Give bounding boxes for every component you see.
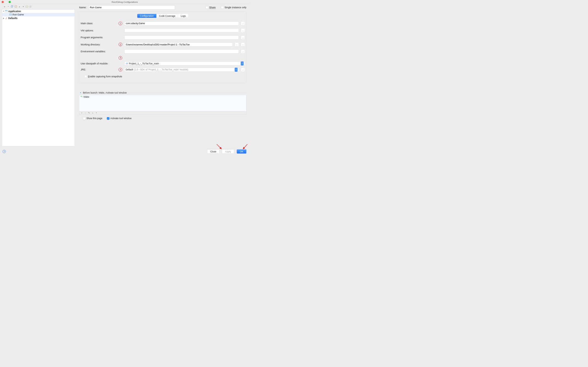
window-traffic-lights — [2, 1, 11, 3]
collapse-icon[interactable]: ▼ — [79, 92, 82, 94]
before-launch-toolbar: ＋ − ✎ ▲ ▼ — [79, 111, 246, 115]
sort-az-icon[interactable]: az — [29, 5, 32, 8]
module-icon — [126, 62, 128, 64]
name-label: Name: — [79, 6, 86, 9]
tree-label: Run Game — [12, 13, 24, 16]
help-icon[interactable]: ? — [2, 150, 6, 153]
expand-icon[interactable]: ▼ — [2, 10, 5, 12]
tab-configuration[interactable]: Configuration — [137, 14, 156, 18]
move-down-icon[interactable]: ▼ — [22, 5, 24, 8]
apply-button[interactable]: Apply — [222, 149, 234, 154]
before-launch-list[interactable]: 0110 Make — [79, 95, 246, 111]
share-checkbox[interactable]: Share — [206, 6, 216, 9]
make-icon: 0110 — [80, 95, 83, 98]
dropdown-arrows-icon: ▲▼ — [241, 62, 244, 65]
titlebar: Run/Debug Configurations — [0, 0, 249, 4]
add-config-icon[interactable]: ＋ — [3, 5, 6, 8]
tree-run-game[interactable]: Run Game — [2, 13, 75, 17]
browse-working-dir-button[interactable]: … — [235, 42, 239, 46]
expand-vm-options-button[interactable]: … — [241, 29, 245, 32]
svg-text:a: a — [31, 6, 32, 7]
svg-rect-8 — [9, 14, 12, 14]
working-dir-label: Working directory: — [81, 43, 117, 46]
program-args-input[interactable] — [124, 35, 239, 39]
env-vars-input[interactable] — [124, 50, 239, 53]
callout-3: 3 — [119, 56, 122, 60]
working-dir-input[interactable] — [124, 42, 233, 46]
browse-jre-button[interactable]: … — [241, 68, 245, 72]
enable-snapshots-checkbox[interactable]: Enable capturing form snapshots — [85, 75, 122, 78]
window-title: Run/Debug Configurations — [112, 1, 138, 3]
folder-icon[interactable] — [26, 5, 28, 8]
application-icon — [5, 10, 7, 12]
close-button[interactable]: Close — [207, 149, 219, 154]
jre-select[interactable]: Default (1.8 - SDK of 'Project_1_-_TicTa… — [124, 68, 239, 72]
svg-text:10: 10 — [82, 97, 83, 98]
move-task-up-icon[interactable]: ▲ — [92, 112, 93, 114]
dropdown-arrows-icon: ▲▼ — [235, 68, 238, 72]
svg-rect-1 — [12, 6, 13, 7]
main-class-input[interactable] — [124, 21, 239, 25]
edit-task-icon[interactable]: ✎ — [88, 112, 90, 114]
svg-text:z: z — [31, 7, 31, 8]
classpath-module-select[interactable]: Project_1_-_TicTacToe_main ▲▼ — [124, 62, 245, 65]
callout-4: 4 — [119, 68, 122, 72]
classpath-label: Use classpath of module: — [81, 62, 117, 65]
move-up-icon[interactable]: ▲ — [18, 5, 21, 8]
tab-logs[interactable]: Logs — [178, 14, 188, 18]
tree-label: Application — [8, 10, 21, 13]
config-toolbar: ＋ − ▲ ▼ az — [0, 4, 75, 9]
tree-defaults-node[interactable]: ▶ Defaults — [2, 17, 75, 20]
list-item[interactable]: 0110 Make — [79, 95, 246, 98]
svg-rect-6 — [5, 10, 7, 11]
expand-icon[interactable]: ▶ — [2, 17, 5, 19]
svg-rect-2 — [15, 6, 17, 7]
callout-1: 1 — [119, 21, 122, 25]
tabstrip: Configuration Code Coverage Logs — [81, 14, 245, 18]
activate-tool-window-checkbox[interactable]: ✓Activate tool window — [107, 117, 132, 120]
remove-task-icon[interactable]: − — [85, 112, 86, 114]
defaults-icon — [5, 17, 7, 19]
jre-label: JRE: — [81, 68, 117, 71]
minimize-window-icon — [5, 1, 7, 3]
config-name-input[interactable] — [88, 6, 175, 9]
copy-config-icon[interactable] — [11, 5, 13, 8]
browse-main-class-button[interactable]: … — [241, 21, 245, 25]
expand-working-dir-button[interactable]: … — [241, 42, 245, 46]
move-task-down-icon[interactable]: ▼ — [96, 112, 97, 114]
close-window-icon[interactable] — [2, 1, 4, 3]
run-config-icon — [9, 14, 12, 16]
env-vars-label: Environment variables: — [81, 50, 117, 53]
vm-options-label: VM options: — [81, 29, 117, 32]
tree-app-node[interactable]: ▼ Application — [2, 9, 75, 13]
vm-options-input[interactable] — [124, 29, 239, 32]
program-args-label: Program arguments: — [81, 36, 117, 39]
save-config-icon[interactable] — [15, 5, 17, 8]
before-launch-header[interactable]: ▼ Before launch: Make, Activate tool win… — [79, 92, 246, 94]
edit-env-vars-button[interactable]: … — [241, 50, 245, 53]
remove-config-icon[interactable]: − — [7, 5, 9, 8]
main-class-label: Main class: — [81, 22, 117, 25]
maximize-window-icon[interactable] — [9, 1, 11, 3]
svg-rect-0 — [11, 6, 12, 7]
config-panel: Configuration Code Coverage Logs Main cl… — [79, 12, 246, 83]
config-tree[interactable]: ▼ Application Run Game ▶ — [2, 9, 75, 146]
tree-label: Defaults — [8, 17, 17, 20]
single-instance-checkbox[interactable]: Single instance only — [221, 6, 246, 9]
add-task-icon[interactable]: ＋ — [81, 111, 83, 114]
expand-program-args-button[interactable]: … — [241, 35, 245, 39]
svg-rect-10 — [126, 63, 128, 64]
callout-2: 2 — [119, 43, 122, 46]
ok-button[interactable]: OK — [237, 149, 246, 154]
tab-code-coverage[interactable]: Code Coverage — [156, 14, 178, 18]
show-this-page-checkbox[interactable]: Show this page — [83, 117, 102, 120]
